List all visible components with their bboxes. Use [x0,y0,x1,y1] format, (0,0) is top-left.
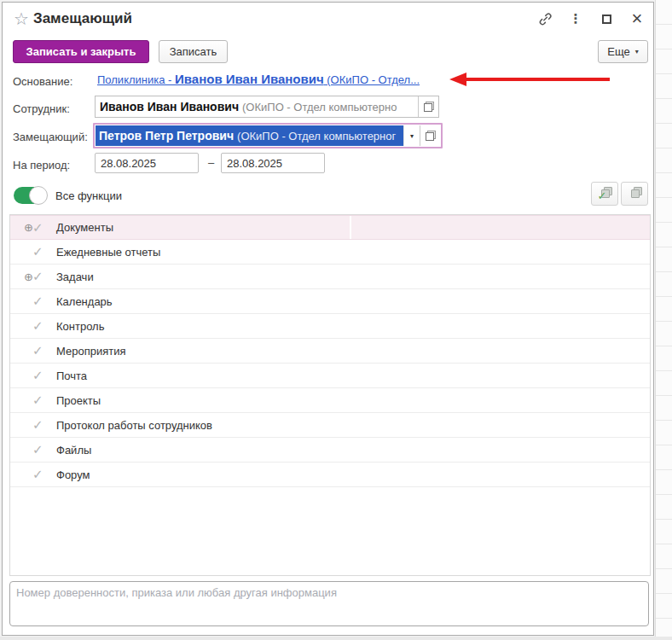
list-row-label: Задачи [51,271,94,283]
base-link-suffix: (ОКиПО - Отдел... [324,73,420,86]
list-row-label: Календарь [51,295,113,308]
comment-textarea[interactable] [9,581,649,626]
check-icon[interactable]: ✓ [32,220,51,236]
period-from-input[interactable] [95,153,199,173]
maximize-icon[interactable] [595,8,617,30]
annotation-arrow [449,73,611,86]
all-functions-toggle[interactable] [14,187,47,204]
check-icon[interactable]: ✓ [32,294,51,309]
list-row-label: Почта [51,369,87,382]
check-icon[interactable]: ✓ [32,343,51,358]
all-functions-label: Все функции [55,189,122,202]
period-label: На период: [13,159,70,172]
uncheck-all-icon [628,187,642,201]
copy-link-icon[interactable] [534,8,556,30]
check-icon[interactable]: ✓ [32,393,51,408]
list-row[interactable]: ✓Проекты [10,388,650,413]
command-bar: Записать и закрыть Записать Еще ▾ [3,38,653,66]
deputy-details: (ОКиПО - Отдел компьютерног [237,130,396,143]
check-icon[interactable]: ✓ [32,269,51,284]
window-title: Замещающий [33,10,132,27]
deputy-selected-text: Петров Петр Петрович(ОКиПО - Отдел компь… [96,125,403,146]
base-link-name: Иванов Иван Иванович [175,72,324,86]
favorite-star-icon[interactable]: ☆ [14,9,29,29]
check-icon[interactable]: ✓ [32,368,51,383]
employee-name: Иванов Иван Иванович [100,100,239,113]
employee-label: Сотрудник: [13,102,70,115]
base-link-prefix: Поликлиника - [97,73,175,86]
list-row[interactable]: ✓Мероприятия [10,339,650,364]
expand-icon[interactable]: ⊕ [10,221,32,234]
check-all-icon: ✓ [598,187,612,201]
close-icon[interactable]: × [626,8,648,30]
list-row[interactable]: ⊕✓Задачи [10,265,650,289]
deputy-field[interactable]: Петров Петр Петрович(ОКиПО - Отдел компь… [93,123,443,148]
background-bottom-strip [0,637,672,640]
check-icon[interactable]: ✓ [32,467,51,482]
deputy-dropdown-button[interactable]: ▾ [403,125,420,146]
more-button[interactable]: Еще ▾ [598,40,648,63]
list-row[interactable]: ✓Почта [10,364,650,388]
check-icon[interactable]: ✓ [32,417,51,433]
base-link[interactable]: Поликлиника - Иванов Иван Иванович (ОКиП… [97,72,420,86]
list-row[interactable]: ✓Календарь [10,289,650,314]
functions-list: ⊕✓Документы✓Ежедневные отчеты⊕✓Задачи✓Ка… [9,214,651,576]
list-row-label: Контроль [51,320,104,333]
period-separator: – [208,156,214,169]
chevron-down-icon: ▾ [635,48,639,55]
list-row[interactable]: ✓Ежедневные отчеты [10,240,650,265]
background-window-strip [655,0,672,640]
check-icon[interactable]: ✓ [32,318,51,334]
list-row-label: Мероприятия [51,345,126,358]
list-row[interactable]: ⊕✓Документы [10,215,650,240]
period-to-input[interactable] [221,153,325,173]
employee-details: (ОКиПО - Отдел компьютерно [242,101,397,113]
list-row-label: Ежедневные отчеты [51,246,160,259]
save-and-close-button[interactable]: Записать и закрыть [13,40,149,63]
check-icon[interactable]: ✓ [32,244,51,259]
more-button-label: Еще [607,45,629,58]
list-row-label: Форум [51,468,90,481]
deputy-open-button[interactable] [420,125,440,146]
substitute-dialog: ☆ Замещающий ⋮ × Записать и закрыть Запи… [2,2,654,636]
list-row-label: Проекты [51,394,101,407]
check-icon[interactable]: ✓ [32,442,51,457]
save-button[interactable]: Записать [159,40,228,63]
title-bar: ☆ Замещающий ⋮ × [3,3,653,35]
check-all-button[interactable]: ✓ [591,182,618,206]
window-menu-icon[interactable]: ⋮ [565,8,587,30]
deputy-name: Петров Петр Петрович [99,129,234,143]
list-row-label: Протокол работы сотрудников [51,419,212,432]
list-row[interactable]: ✓Контроль [10,314,650,339]
arrow-tail [463,78,610,81]
column-divider [350,216,351,239]
open-icon [424,102,434,112]
list-row[interactable]: ✓Форум [10,463,650,487]
list-row[interactable]: ✓Протокол работы сотрудников [10,413,650,438]
list-row-label: Документы [51,221,113,234]
expand-icon[interactable]: ⊕ [10,271,32,283]
uncheck-all-button[interactable] [621,182,648,206]
list-row[interactable]: ✓Файлы [10,438,650,463]
deputy-label: Замещающий: [13,131,88,143]
list-row-label: Файлы [51,444,91,457]
employee-field[interactable]: Иванов Иван Иванович(ОКиПО - Отдел компь… [95,96,439,118]
open-icon [426,131,436,141]
base-label: Основание: [13,75,72,88]
toggle-knob [29,186,48,205]
employee-open-button[interactable] [418,96,438,117]
